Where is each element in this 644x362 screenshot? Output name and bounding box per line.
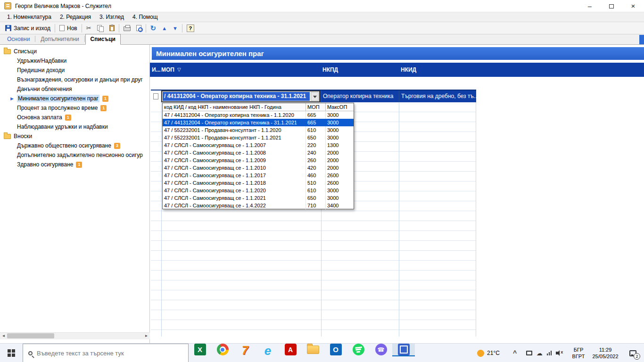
dropdown-option[interactable]: 47 / СЛСЛ - Самоосигуряващ се - 1.1.2021… — [163, 194, 354, 202]
tray-icons: ☁ x — [521, 344, 568, 362]
option-maxop: 3000 — [326, 194, 354, 202]
menu-pomosht[interactable]: 4. Помощ — [128, 13, 162, 21]
taskbar-app-payroll-active[interactable] — [392, 344, 415, 356]
refresh-button[interactable]: ↻ — [148, 24, 159, 33]
scroll-left-arrow[interactable]: ◄ — [0, 332, 7, 339]
dropdown-option[interactable]: 47 / СЛСЛ - Самоосигуряващ се - 1.1.2008… — [163, 149, 354, 156]
move-down-button[interactable]: ▼ — [170, 25, 181, 32]
close-button[interactable]: × — [622, 0, 644, 12]
payroll-app-icon — [398, 344, 410, 355]
cloud-icon[interactable]: ☁ — [537, 350, 543, 356]
sidebar-item-tax-reliefs[interactable]: Данъчни облекчения — [0, 84, 149, 94]
windows-logo-icon — [8, 349, 15, 357]
taskbar-app-file-explorer[interactable] — [302, 344, 324, 354]
internet-explorer-icon: e — [264, 344, 271, 358]
option-maxop: 1300 — [326, 141, 354, 149]
help-button[interactable]: ? — [184, 24, 197, 33]
dropdown-option[interactable]: 47 / 552232001 - Продавач-консултант - 1… — [163, 126, 354, 134]
grid-edit-row[interactable]: / 441312004 - Оператор копирна техника -… — [151, 90, 476, 102]
minimize-button[interactable]: – — [579, 0, 601, 12]
sidebar-item-previous-income[interactable]: Предишни доходи — [0, 66, 149, 75]
tree-group-spisaci[interactable]: Списъци — [0, 47, 149, 56]
search-input[interactable] — [37, 350, 178, 357]
taskbar-search[interactable] — [23, 344, 189, 362]
toolbar-separator — [146, 24, 146, 33]
column-header-mop[interactable]: МОП — [161, 63, 174, 77]
show-hidden-icons-button[interactable]: ^ — [509, 344, 520, 362]
dropdown-option[interactable]: 47 / 552232001 - Продавач-консултант - 1… — [163, 134, 354, 141]
language-indicator[interactable]: БГР ВГРТ — [569, 344, 588, 362]
dropdown-option[interactable]: 47 / СЛСЛ - Самоосигуряващ се - 1.1.2007… — [163, 141, 354, 149]
dropdown-option[interactable]: 47 / СЛСЛ - Самоосигуряващ се - 1.4.2022… — [163, 202, 354, 209]
taskbar-app-excel[interactable]: X — [189, 344, 211, 355]
cut-button[interactable]: ✂ — [83, 24, 94, 32]
tab-spisaci[interactable]: Списъци — [85, 34, 121, 45]
print-preview-button[interactable] — [133, 24, 144, 32]
column-header-nkid[interactable]: НКИД — [401, 63, 416, 77]
dropdown-option[interactable]: 47 / СЛСЛ - Самоосигуряващ се - 1.1.2020… — [163, 187, 354, 194]
print-button[interactable] — [121, 24, 133, 32]
tree-item-label: Процент за прослужено време — [17, 105, 98, 111]
combobox-dropdown-button[interactable] — [311, 92, 319, 101]
network-signal-icon[interactable] — [547, 351, 552, 355]
tree-item-label: Удръжки/Надбавки — [17, 58, 66, 64]
maximize-button[interactable] — [601, 0, 622, 12]
new-button[interactable]: Нов — [57, 24, 80, 33]
sidebar-item-health-insurance[interactable]: Здравно осигуряване 1 — [0, 160, 149, 169]
tree-group-vnoski[interactable]: Вноски — [0, 132, 149, 141]
taskbar-app-spotify[interactable] — [347, 344, 370, 355]
sort-descending-icon: ▽ — [177, 63, 181, 77]
tree-group-label: Вноски — [14, 133, 32, 140]
copy-button[interactable] — [94, 24, 107, 33]
scrollbar-thumb[interactable] — [7, 333, 54, 338]
mute-x-glyph: x — [561, 350, 563, 354]
dropdown-option[interactable]: 47 / 441312004 - Оператор копирна техник… — [163, 111, 354, 119]
sidebar-item-supplementary-pension[interactable]: Допълнително задължително пенсионно осиг… — [0, 150, 149, 160]
dropdown-option[interactable]: 47 / СЛСЛ - Самоосигуряващ се - 1.1.2009… — [163, 156, 354, 164]
dropdown-option[interactable]: 47 / СЛСЛ - Самоосигуряващ се - 1.1.2017… — [163, 172, 354, 179]
action-center-button[interactable]: 2 — [623, 344, 642, 362]
save-icon — [5, 25, 11, 31]
clock[interactable]: 11:29 25/05/2022 — [589, 344, 621, 362]
tray-weather[interactable]: 21°C — [471, 344, 505, 362]
sidebar-item-service-time-percent[interactable]: Процент за прослужено време 1 — [0, 103, 149, 113]
menu-redakcia[interactable]: 2. Редакция — [56, 13, 95, 21]
tab-osnovni[interactable]: Основни — [2, 34, 34, 44]
column-header-icon[interactable]: И... — [152, 63, 161, 77]
taskbar-app-outlook[interactable]: O — [324, 344, 347, 355]
option-mop: 665 — [306, 119, 326, 126]
taskbar-app-seven[interactable]: 7 — [234, 344, 256, 357]
count-badge: 1 — [100, 105, 107, 111]
dropdown-option[interactable]: 47 / СЛСЛ - Самоосигуряващ се - 1.1.2010… — [163, 164, 354, 172]
scroll-right-arrow[interactable]: ► — [143, 332, 150, 339]
move-up-button[interactable]: ▲ — [159, 25, 170, 32]
menu-nomenklatura[interactable]: 1. Номенклатура — [3, 13, 56, 21]
threshold-combobox[interactable]: / 441312004 - Оператор копирна техника -… — [161, 90, 320, 102]
menu-izgled[interactable]: 3. Изглед — [95, 13, 128, 21]
tab-dopalnitelni[interactable]: Допълнителни — [36, 34, 83, 44]
sidebar-item-monitored-deductions[interactable]: Наблюдавани удръжки и надбавки — [0, 122, 149, 132]
taskbar-app-acrobat[interactable]: A — [279, 344, 302, 355]
copy-icon — [97, 25, 104, 32]
help-icon: ? — [187, 25, 194, 32]
taskbar-app-internet-explorer[interactable]: e — [256, 344, 279, 358]
display-icon[interactable] — [526, 351, 532, 355]
sidebar-item-deductions-allowances[interactable]: Удръжки/Надбавки — [0, 56, 149, 66]
option-name: 47 / СЛСЛ - Самоосигуряващ се - 1.1.2009 — [163, 156, 306, 164]
dropdown-option[interactable]: 47 / СЛСЛ - Самоосигуряващ се - 1.1.2018… — [163, 179, 354, 187]
option-mop: 460 — [306, 172, 326, 179]
start-button[interactable] — [0, 344, 23, 362]
sidebar-item-remunerations[interactable]: Възнаграждения, осигуровки и данъци при … — [0, 75, 149, 84]
sidebar-item-base-salary[interactable]: Основна заплата 1 — [0, 113, 149, 122]
taskbar-app-chrome[interactable] — [211, 344, 234, 355]
taskbar: X 7 e A O ☎ 21°C ^ ☁ x БГР — [0, 343, 644, 362]
taskbar-app-viber[interactable]: ☎ — [370, 344, 392, 355]
volume-muted-icon[interactable]: x — [556, 350, 563, 356]
paste-button[interactable] — [107, 24, 117, 32]
column-header-nkpd[interactable]: НКПД — [322, 63, 338, 77]
sidebar-item-state-social-insurance[interactable]: Държавно обществено осигуряване 3 — [0, 141, 149, 150]
dropdown-option-selected[interactable]: 47 / 441312004 - Оператор копирна техник… — [163, 119, 354, 126]
sidebar-item-min-insurance-threshold[interactable]: ► Минимален осигурителен праг 1 — [0, 94, 149, 103]
tab-separator — [84, 36, 85, 42]
save-exit-button[interactable]: Запис и изход — [2, 24, 53, 33]
